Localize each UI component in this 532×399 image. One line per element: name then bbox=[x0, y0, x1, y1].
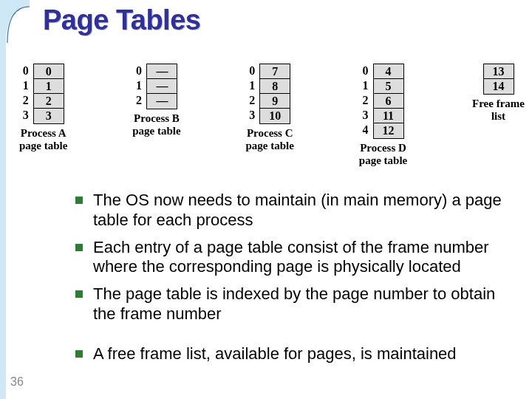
caption-line: page table bbox=[359, 154, 407, 166]
frame-cell: 2 bbox=[34, 94, 64, 109]
frame-cell: 14 bbox=[484, 79, 514, 94]
bullet-text: The page table is indexed by the page nu… bbox=[93, 284, 516, 324]
frame-cell: 12 bbox=[374, 123, 403, 138]
frame-cell: 4 bbox=[374, 64, 403, 79]
table-caption: Process B page table bbox=[132, 112, 180, 137]
table-caption: Process C page table bbox=[246, 127, 294, 151]
index-cell: 3 bbox=[363, 108, 370, 123]
process-c-table: 0 1 2 3 7 8 9 10 Process C page table bbox=[246, 64, 294, 151]
frame-cell: 3 bbox=[34, 109, 64, 123]
bullet-text: A free frame list, available for pages, … bbox=[93, 344, 457, 364]
frame-cell: 7 bbox=[260, 64, 290, 79]
frame-cell: — bbox=[147, 64, 177, 79]
frame-cell: — bbox=[147, 94, 177, 109]
bullets-group-2: A free frame list, available for pages, … bbox=[75, 344, 516, 372]
table-caption: Free frame list bbox=[472, 98, 525, 122]
index-cell: 1 bbox=[363, 78, 370, 93]
caption-line: Process C bbox=[247, 127, 293, 139]
index-cell: 0 bbox=[249, 64, 256, 78]
bullets-group-1: The OS now needs to maintain (in main me… bbox=[75, 191, 516, 332]
bullet-square-icon bbox=[75, 197, 83, 204]
table-caption: Process D page table bbox=[359, 142, 407, 166]
caption-line: page table bbox=[132, 125, 180, 137]
free-frame-list: 13 14 Free frame list bbox=[472, 64, 525, 122]
process-a-table: 0 1 2 3 0 1 2 3 Process A page table bbox=[19, 64, 67, 151]
caption-line: Process A bbox=[21, 127, 66, 139]
index-cell: 2 bbox=[136, 93, 143, 108]
bullet-item: A free frame list, available for pages, … bbox=[75, 344, 516, 364]
bullet-square-icon bbox=[75, 244, 83, 251]
index-cell: 2 bbox=[23, 93, 30, 108]
bullet-text: Each entry of a page table consist of th… bbox=[93, 238, 516, 278]
caption-line: page table bbox=[246, 140, 294, 151]
frame-cell: 9 bbox=[260, 94, 290, 109]
bullet-text: The OS now needs to maintain (in main me… bbox=[93, 191, 516, 231]
corner-decor bbox=[0, 0, 30, 399]
frame-cell: 6 bbox=[374, 94, 403, 109]
caption-line: Process B bbox=[134, 112, 180, 124]
table-caption: Process A page table bbox=[19, 127, 67, 151]
index-cell: 0 bbox=[363, 64, 370, 78]
caption-line: Process D bbox=[360, 142, 406, 154]
bullet-square-icon bbox=[75, 350, 83, 358]
process-d-table: 0 1 2 3 4 4 5 6 11 12 Process D page tab… bbox=[359, 64, 407, 166]
bullet-item: The page table is indexed by the page nu… bbox=[75, 284, 516, 324]
index-cell: 2 bbox=[249, 93, 256, 108]
index-cell: 4 bbox=[363, 123, 370, 137]
frame-cell: 10 bbox=[260, 109, 290, 123]
page-tables-row: 0 1 2 3 0 1 2 3 Process A page table bbox=[19, 64, 525, 167]
frame-cell: 8 bbox=[260, 79, 290, 94]
index-cell: 1 bbox=[136, 78, 143, 93]
bullet-item: Each entry of a page table consist of th… bbox=[75, 238, 516, 278]
index-cell: 1 bbox=[249, 78, 256, 93]
caption-line: page table bbox=[19, 140, 67, 151]
frame-cell: 11 bbox=[374, 109, 403, 123]
frame-cell: 1 bbox=[34, 79, 64, 94]
caption-line: Free frame bbox=[472, 98, 525, 109]
index-cell: 0 bbox=[23, 64, 30, 78]
index-cell: 2 bbox=[363, 93, 370, 108]
frame-cell: — bbox=[147, 79, 177, 94]
index-cell: 0 bbox=[136, 64, 143, 78]
index-cell: 3 bbox=[249, 108, 256, 123]
index-cell: 1 bbox=[23, 78, 30, 93]
frame-cell: 0 bbox=[34, 64, 64, 79]
caption-line: list bbox=[491, 110, 505, 122]
page-title: Page Tables bbox=[43, 4, 200, 36]
bullet-item: The OS now needs to maintain (in main me… bbox=[75, 191, 516, 231]
frame-cell: 13 bbox=[484, 64, 514, 79]
bullet-square-icon bbox=[75, 290, 83, 298]
process-b-table: 0 1 2 — — — Process B page table bbox=[132, 64, 180, 137]
index-cell: 3 bbox=[23, 108, 30, 123]
frame-cell: 5 bbox=[374, 79, 403, 94]
slide: Page Tables 0 1 2 3 0 1 2 3 Process A bbox=[0, 0, 532, 399]
slide-number: 36 bbox=[10, 375, 24, 389]
